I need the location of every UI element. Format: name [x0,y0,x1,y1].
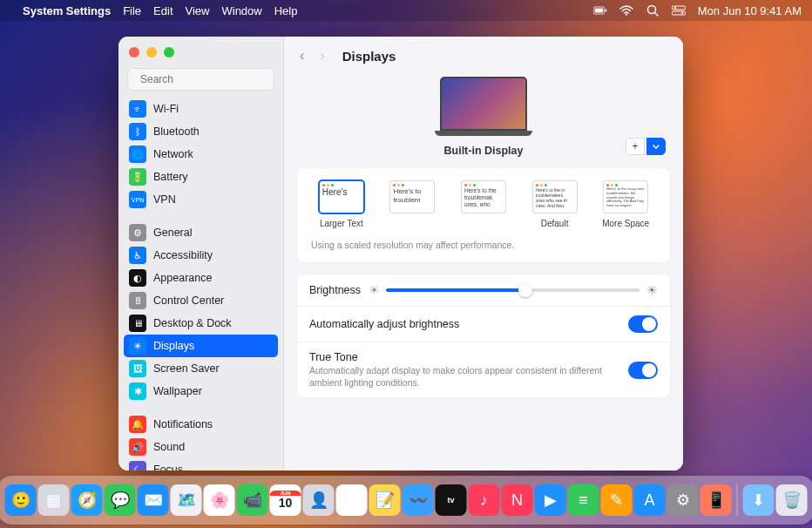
system-settings-window: ᯤWi-FiᛒBluetooth🌐Network🔋BatteryVPNVPN⚙G… [118,37,683,470]
dock-downloads[interactable]: ⬇ [743,484,775,516]
displays-icon: ☀ [129,337,146,355]
menubar-datetime[interactable]: Mon Jun 10 9:41 AM [698,4,802,17]
sidebar-item-wi-fi[interactable]: ᯤWi-Fi [124,98,278,120]
sidebar-item-label: Sound [153,441,185,453]
sidebar-item-label: Notifications [153,418,213,430]
resolution-option-2[interactable]: Here's to the troublemak ones, who [453,180,514,229]
menubar-spotlight-icon[interactable] [646,3,660,17]
slider-thumb[interactable] [518,283,532,297]
sidebar-item-label: Network [153,148,193,160]
arrange-dropdown-button[interactable] [646,138,666,155]
svg-point-9 [681,12,683,14]
nav-forward-button[interactable]: › [316,48,328,64]
svg-point-7 [674,7,676,9]
dock-tv[interactable]: tv [436,484,467,516]
dock-keynote[interactable]: ▶ [535,484,566,516]
toolbar: ‹ › Displays [284,37,683,75]
dock-maps[interactable]: 🗺️ [171,484,202,516]
sidebar-item-label: Battery [153,171,188,183]
menu-file[interactable]: File [123,4,141,17]
dock-news[interactable]: N [502,484,533,516]
sidebar-item-general[interactable]: ⚙General [124,221,278,244]
search-input[interactable] [140,73,271,85]
resolution-preview: Here's [319,180,364,213]
menu-view[interactable]: View [186,4,210,17]
dock-iphone-mirror[interactable]: 📱 [700,484,732,516]
sidebar-item-sound[interactable]: 🔊Sound [124,436,278,458]
dock-reminders[interactable]: ☰ [336,484,368,516]
zoom-button[interactable] [164,47,174,58]
dock-mail[interactable]: ✉️ [138,484,169,516]
resolution-option-4[interactable]: Here's to the crazy ones troublemakers, … [595,180,656,229]
dock-contacts[interactable]: 👤 [303,484,335,516]
true-tone-description: Automatically adapt display to make colo… [309,365,619,389]
dock-finder[interactable]: 🙂 [5,484,37,516]
brightness-card: Brightness ☀︎ ☀︎ Automatically adjust br… [296,274,671,398]
svg-rect-6 [672,6,686,10]
svg-rect-8 [672,11,686,15]
sidebar-item-displays[interactable]: ☀Displays [124,335,278,357]
menu-help[interactable]: Help [274,4,298,17]
add-display-button[interactable]: + [626,138,645,155]
sidebar-item-network[interactable]: 🌐Network [124,143,278,166]
menubar-wifi-icon[interactable] [619,3,633,17]
sidebar-item-appearance[interactable]: ◐Appearance [124,267,278,289]
sun-bright-icon: ☀︎ [646,283,658,297]
dock-pages[interactable]: ✎ [601,484,633,516]
brightness-label: Brightness [309,284,361,296]
menubar-control-center-icon[interactable] [672,3,686,17]
dock-freeform[interactable]: 〰️ [403,484,434,516]
dock-music[interactable]: ♪ [469,484,500,516]
menubar-app-name[interactable]: System Settings [23,4,111,17]
menu-edit[interactable]: Edit [153,4,173,17]
sidebar-item-control-center[interactable]: 🎚Control Center [124,289,278,312]
dock-photos[interactable]: 🌸 [204,484,235,516]
menu-window[interactable]: Window [221,4,261,17]
dock-appstore[interactable]: A [634,484,666,516]
sidebar-item-accessibility[interactable]: ♿︎Accessibility [124,244,278,267]
resolution-option-0[interactable]: Here'sLarger Text [311,180,372,229]
dock-numbers[interactable]: ≡ [568,484,599,516]
search-field[interactable] [127,68,274,91]
sidebar-item-focus[interactable]: ☾Focus [124,458,278,470]
dock-safari[interactable]: 🧭 [71,484,103,516]
true-tone-label: True Tone [309,351,619,363]
resolution-note: Using a scaled resolution may affect per… [297,236,670,262]
brightness-slider[interactable]: ☀︎ ☀︎ [369,283,658,297]
accessibility-icon: ♿︎ [129,247,146,264]
dock-notes[interactable]: 📝 [369,484,401,516]
sidebar-item-label: Screen Saver [153,362,220,375]
page-title: Displays [342,49,396,64]
sound-icon: 🔊 [129,438,146,456]
sidebar-item-vpn[interactable]: VPNVPN [124,188,278,211]
sidebar-item-bluetooth[interactable]: ᛒBluetooth [124,120,278,143]
wifi-icon: ᯤ [129,100,146,118]
true-tone-toggle[interactable] [628,362,658,379]
sidebar-item-screen-saver[interactable]: 🖼Screen Saver [124,357,278,380]
nav-back-button[interactable]: ‹ [296,48,308,64]
dock-messages[interactable]: 💬 [105,484,136,516]
auto-brightness-toggle[interactable] [628,315,658,333]
resolution-preview: Here's to the cr troublemakers. ones who… [532,180,578,213]
sidebar-item-notifications[interactable]: 🔔Notifications [124,413,278,436]
dock-calendar[interactable]: JUN10 [270,484,301,516]
dock-launchpad[interactable]: ▦ [38,484,70,516]
sidebar-item-wallpaper[interactable]: ✱Wallpaper [124,380,278,403]
resolution-option-1[interactable]: Here's to troublem [382,180,443,229]
resolution-card: Here'sLarger TextHere's to troublemHere'… [296,167,671,263]
resolution-option-3[interactable]: Here's to the cr troublemakers. ones who… [524,180,585,229]
sidebar-item-battery[interactable]: 🔋Battery [124,166,278,188]
sidebar-item-label: General [153,227,192,239]
resolution-preview: Here's to the troublemak ones, who [461,180,506,213]
resolution-label: Larger Text [311,219,372,229]
dock-trash[interactable]: 🗑️ [776,484,808,516]
dock-settings[interactable]: ⚙ [667,484,699,516]
close-button[interactable] [129,47,139,58]
menubar-battery-icon[interactable] [593,3,607,17]
dock-facetime[interactable]: 📹 [237,484,268,516]
svg-line-5 [654,13,658,17]
sidebar-item-label: Appearance [153,272,212,284]
sidebar-item-label: Wallpaper [153,385,202,397]
minimize-button[interactable] [146,47,157,58]
sidebar-item-desktop-dock[interactable]: 🖥Desktop & Dock [124,312,278,335]
